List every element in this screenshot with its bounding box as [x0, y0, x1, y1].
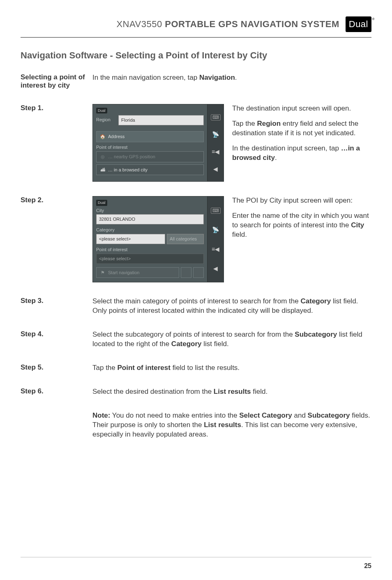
device-logo: Dual	[96, 200, 107, 206]
nearby-gps-button[interactable]: ◎ … nearby GPS position	[96, 151, 204, 162]
list-back-icon[interactable]: ≡◀	[212, 149, 219, 155]
back-icon[interactable]: ◀	[213, 266, 218, 271]
route-icon-button[interactable]	[193, 267, 204, 278]
step3-row: Step 3. Select the main category of poin…	[21, 297, 371, 316]
intro-row: Selecting a point of interest by city In…	[21, 73, 371, 90]
map-icon-button[interactable]	[181, 267, 191, 278]
back-icon[interactable]: ◀	[213, 166, 218, 172]
step3-label: Step 3.	[21, 297, 92, 305]
step6-text: Select the desired destination from the …	[92, 387, 371, 397]
address-label: Address	[108, 134, 125, 140]
header-rule	[21, 37, 371, 38]
intro-bold: Navigation	[199, 74, 235, 81]
page-number: 25	[364, 562, 371, 570]
keyboard-icon[interactable]: ⌨	[211, 208, 221, 214]
nearby-label: … nearby GPS position	[108, 154, 155, 160]
step2-p2: Enter the name of the city in which you …	[232, 211, 371, 240]
step1-row: Step 1. Dual Region Florida 🏠 Address	[21, 104, 371, 182]
category-field[interactable]: <please select>	[96, 234, 165, 244]
poi-field[interactable]: <please select>	[96, 254, 204, 264]
list-back-icon[interactable]: ≡◀	[212, 246, 219, 252]
step3-text: Select the main category of points of in…	[92, 297, 371, 316]
product-code: XNAV3550	[116, 19, 162, 29]
house-icon: 🏠	[100, 134, 106, 140]
device-sidebar: ⌨ 📡 ≡◀ ◀	[207, 104, 224, 181]
step1-text: The destination input screen will open. …	[232, 104, 371, 169]
step4-row: Step 4. Select the subcategory of points…	[21, 330, 371, 349]
step6-row: Step 6. Select the desired destination f…	[21, 387, 371, 397]
destination-input-screenshot: Dual Region Florida 🏠 Address Point of i…	[92, 104, 224, 182]
step2-text: The POI by City input screen will open: …	[232, 196, 371, 245]
step5-row: Step 5. Tap the Point of interest field …	[21, 363, 371, 373]
keyboard-icon[interactable]: ⌨	[211, 114, 221, 120]
address-button[interactable]: 🏠 Address	[96, 131, 204, 142]
satellite-icon[interactable]: 📡	[212, 227, 219, 233]
device-logo: Dual	[96, 108, 107, 113]
step2-row: Step 2. Dual City 32801 ORLANDO Category…	[21, 196, 371, 282]
browsed-city-button[interactable]: 🏙 … in a browsed city	[96, 164, 204, 176]
brand-logo: Dual	[346, 16, 371, 32]
category-label: Category	[96, 227, 204, 233]
section-title: Navigation Software - Selecting a Point …	[21, 50, 371, 61]
target-icon: ◎	[100, 154, 106, 160]
step1-p2: Tap the Region entry field and select th…	[232, 119, 371, 138]
intro-text: In the main navigation screen, tap Navig…	[92, 73, 371, 83]
step5-text: Tap the Point of interest field to list …	[92, 363, 371, 373]
poi-section-label: Point of interest	[96, 144, 204, 150]
flag-icon: ⚑	[100, 270, 106, 276]
start-navigation-button[interactable]: ⚑ Start navigation	[96, 267, 179, 278]
region-label: Region	[96, 115, 117, 127]
poi-city-screenshot: Dual City 32801 ORLANDO Category <please…	[92, 196, 224, 282]
step1-label: Step 1.	[21, 104, 92, 112]
step2-label: Step 2.	[21, 196, 92, 204]
city-icon: 🏙	[100, 167, 106, 173]
step1-p1: The destination input screen will open.	[232, 104, 371, 113]
poi-label: Point of interest	[96, 247, 204, 253]
header-title: XNAV3550 PORTABLE GPS NAVIGATION SYSTEM	[116, 19, 339, 30]
city-label: City	[96, 208, 204, 214]
step1-p3: In the destination input screen, tap …in…	[232, 144, 371, 163]
region-field[interactable]: Florida	[118, 115, 204, 125]
step4-text: Select the subcategory of points of inte…	[92, 330, 371, 349]
step4-label: Step 4.	[21, 330, 92, 338]
city-field[interactable]: 32801 ORLANDO	[96, 214, 204, 224]
footer-rule	[21, 557, 371, 557]
note-text: Note: You do not need to make entries in…	[92, 411, 371, 439]
satellite-icon[interactable]: 📡	[212, 132, 219, 137]
note-row: Note: You do not need to make entries in…	[21, 411, 371, 439]
intro-pre: In the main navigation screen, tap	[92, 74, 199, 81]
intro-post: .	[235, 74, 237, 81]
step2-p1: The POI by City input screen will open:	[232, 196, 371, 206]
intro-label: Selecting a point of interest by city	[21, 73, 92, 90]
step6-label: Step 6.	[21, 387, 92, 395]
device-sidebar: ⌨ 📡 ≡◀ ◀	[207, 196, 224, 282]
product-subtitle: PORTABLE GPS NAVIGATION SYSTEM	[165, 19, 339, 29]
browsed-label: … in a browsed city	[108, 167, 148, 173]
step5-label: Step 5.	[21, 363, 92, 372]
all-categories-button[interactable]: All categories	[167, 234, 204, 244]
page-header: XNAV3550 PORTABLE GPS NAVIGATION SYSTEM …	[21, 16, 371, 32]
